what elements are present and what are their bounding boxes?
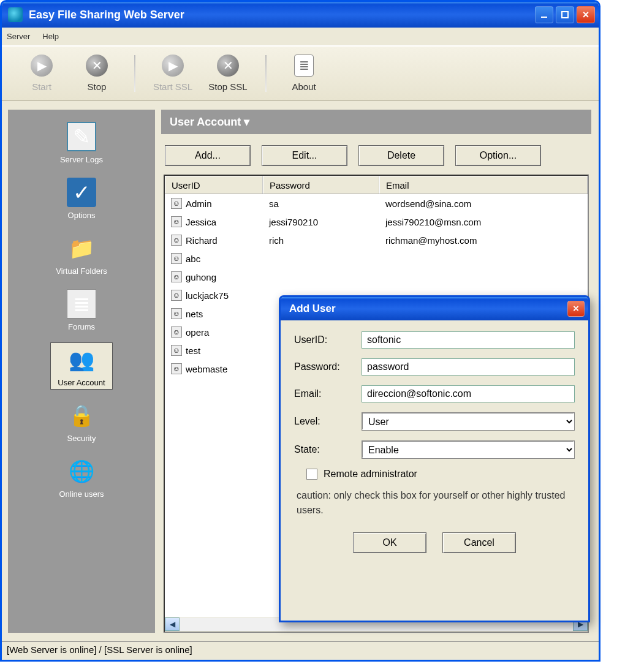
cell-userid: opera: [186, 327, 209, 338]
password-field[interactable]: [362, 358, 575, 376]
email-field[interactable]: [362, 385, 575, 402]
level-label: Level:: [294, 416, 362, 427]
window-title: Easy File Sharing Web Server: [29, 9, 184, 21]
person-icon: ☺: [171, 271, 182, 282]
menu-server[interactable]: Server: [7, 32, 30, 41]
toolbar: ▶ Start ✕ Stop ▶ Start SSL ✕ Stop SSL ≣ …: [2, 46, 599, 101]
stop-icon: ✕: [86, 55, 108, 77]
person-icon: ☺: [171, 253, 182, 264]
close-icon: ×: [583, 9, 589, 21]
stop-button[interactable]: ✕ Stop: [69, 55, 124, 92]
cell-userid: webmaste: [186, 364, 227, 374]
person-icon: ☺: [171, 308, 182, 319]
app-icon: [8, 7, 23, 22]
caution-text: caution: only check this box for yoursel…: [297, 488, 572, 518]
cell-password: rich: [263, 233, 379, 248]
online-users-icon: 🌐: [67, 456, 96, 486]
state-select[interactable]: Enable: [362, 440, 575, 459]
scroll-left-icon[interactable]: ◀: [165, 617, 180, 631]
panel-title: User Account: [170, 116, 241, 129]
level-select[interactable]: User: [362, 412, 575, 431]
sidebar-item-label: Options: [68, 211, 96, 220]
person-icon: ☺: [171, 345, 182, 356]
users-icon: 👥: [67, 345, 96, 374]
cell-email: wordsend@sina.com: [379, 196, 588, 211]
person-icon: ☺: [171, 290, 182, 301]
forums-icon: ≣: [67, 289, 96, 319]
sidebar-item-options[interactable]: ✓ Options: [59, 175, 104, 222]
sidebar-item-online-users[interactable]: 🌐 Online users: [52, 454, 112, 501]
sidebar-item-label: Server Logs: [60, 155, 103, 164]
person-icon: ☺: [171, 216, 182, 227]
cell-email: richman@myhost.com: [379, 233, 588, 248]
svg-rect-1: [562, 12, 568, 18]
dialog-close-button[interactable]: ×: [567, 301, 585, 317]
sidebar-item-virtual-folders[interactable]: 📁 Virtual Folders: [48, 231, 115, 278]
maximize-icon: [561, 10, 569, 19]
table-row[interactable]: ☺Adminsawordsend@sina.com: [165, 194, 588, 213]
folder-icon: 📁: [67, 233, 96, 263]
sidebar-item-server-logs[interactable]: ✎ Server Logs: [53, 119, 110, 167]
option-button[interactable]: Option...: [455, 145, 541, 166]
status-bar: [Web Server is online] / [SSL Server is …: [2, 641, 599, 660]
table-row[interactable]: ☺abc: [165, 249, 588, 268]
sidebar-item-label: Forums: [68, 322, 95, 331]
person-icon: ☺: [171, 235, 182, 246]
table-row[interactable]: ☺guhong: [165, 268, 588, 286]
cell-userid: Jessica: [186, 217, 216, 227]
ok-button[interactable]: OK: [353, 532, 426, 553]
cell-userid: luckjack75: [186, 290, 229, 301]
title-bar: Easy File Sharing Web Server ×: [2, 2, 599, 28]
cell-userid: abc: [186, 254, 200, 264]
play-icon: ▶: [162, 55, 184, 77]
chevron-down-icon: ▾: [241, 115, 249, 129]
state-label: State:: [294, 444, 362, 455]
toolbar-separator: [134, 55, 135, 92]
person-icon: ☺: [171, 363, 182, 374]
cell-email: [379, 274, 588, 279]
menu-bar: Server Help: [2, 28, 599, 46]
sidebar-item-forums[interactable]: ≣ Forums: [59, 287, 104, 334]
cancel-button[interactable]: Cancel: [442, 532, 516, 553]
add-button[interactable]: Add...: [165, 145, 251, 166]
cell-password: [263, 256, 379, 261]
sidebar-item-security[interactable]: 🔒 Security: [59, 398, 104, 445]
email-label: Email:: [294, 388, 362, 399]
toolbar-separator: [265, 55, 267, 92]
svg-rect-0: [541, 17, 547, 18]
minimize-button[interactable]: [535, 6, 553, 23]
button-row: Add... Edit... Delete Option...: [165, 145, 591, 166]
sidebar-item-user-account[interactable]: 👥 User Account: [50, 342, 112, 390]
col-email[interactable]: Email: [379, 176, 588, 194]
document-icon: ≣: [294, 55, 314, 77]
remote-admin-label: Remote administrator: [324, 469, 417, 480]
col-userid[interactable]: UserID: [165, 176, 263, 194]
sidebar-item-label: Virtual Folders: [56, 266, 107, 276]
menu-help[interactable]: Help: [42, 32, 59, 41]
add-user-dialog: Add User × UserID: Password: Email: Leve…: [279, 295, 590, 622]
panel-header[interactable]: User Account ▾: [161, 110, 591, 134]
dialog-body: UserID: Password: Email: Level: User Sta…: [281, 320, 588, 621]
cell-email: [379, 256, 588, 261]
sidebar: ✎ Server Logs ✓ Options 📁 Virtual Folder…: [8, 110, 155, 633]
password-label: Password:: [294, 361, 362, 372]
cell-userid: guhong: [186, 272, 216, 282]
table-row[interactable]: ☺Jessicajessi790210jessi790210@msn.com: [165, 213, 588, 231]
about-button[interactable]: ≣ About: [276, 55, 331, 92]
minimize-icon: [540, 10, 548, 19]
col-password[interactable]: Password: [263, 176, 379, 194]
dialog-title-bar: Add User ×: [281, 297, 588, 320]
start-button[interactable]: ▶ Start: [14, 55, 69, 92]
remote-admin-checkbox[interactable]: [306, 469, 317, 480]
start-ssl-button[interactable]: ▶ Start SSL: [145, 55, 200, 92]
maximize-button[interactable]: [556, 6, 574, 23]
close-button[interactable]: ×: [577, 6, 595, 23]
stop-ssl-button[interactable]: ✕ Stop SSL: [200, 55, 256, 92]
sidebar-item-label: Online users: [59, 489, 104, 499]
delete-button[interactable]: Delete: [358, 145, 444, 166]
table-row[interactable]: ☺Richardrichrichman@myhost.com: [165, 231, 588, 249]
userid-field[interactable]: [362, 331, 575, 349]
sidebar-item-label: User Account: [58, 378, 105, 387]
lock-icon: 🔒: [67, 401, 96, 430]
edit-button[interactable]: Edit...: [262, 145, 347, 166]
